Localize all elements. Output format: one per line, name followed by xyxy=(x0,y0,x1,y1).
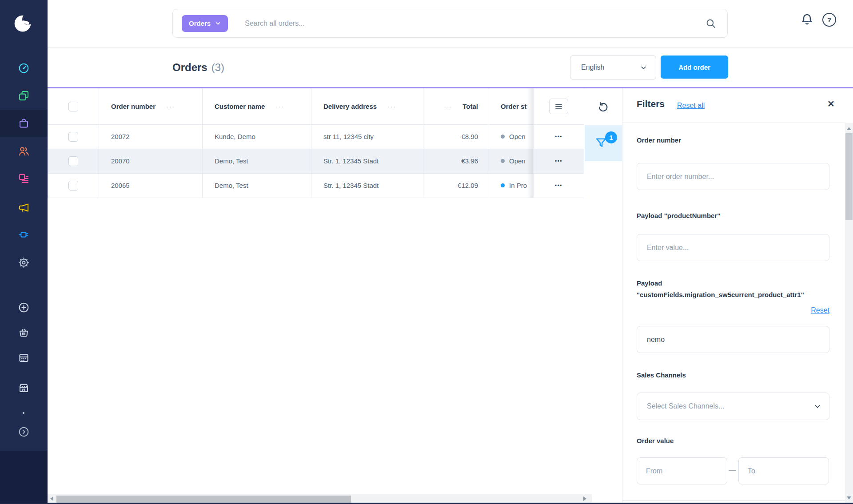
customer-name-cell: Demo, Test xyxy=(215,157,248,165)
table-row[interactable]: 20065 Demo, Test Str. 1, 12345 Stadt €12… xyxy=(48,173,584,198)
column-menu-icon[interactable]: ··· xyxy=(444,103,453,110)
grid-border xyxy=(99,88,99,198)
grid-border xyxy=(584,88,584,494)
delivery-address-cell: Str. 1, 12345 Stadt xyxy=(323,157,379,165)
search-input[interactable] xyxy=(244,19,705,28)
column-menu-icon[interactable]: ··· xyxy=(166,103,175,110)
grid-border xyxy=(489,88,489,198)
global-search[interactable]: Orders xyxy=(172,9,728,38)
column-header-total[interactable]: ··· Total xyxy=(423,88,489,124)
sidebar-expand-button[interactable] xyxy=(18,426,30,438)
help-icon[interactable]: ? xyxy=(822,13,836,27)
sidebar-item-settings[interactable] xyxy=(18,257,30,269)
filter-order-value-label: Order value xyxy=(637,437,674,444)
sidebar-item-dashboard[interactable] xyxy=(18,62,30,74)
column-header-order-status[interactable]: Order st xyxy=(489,88,533,124)
select-all-checkbox[interactable] xyxy=(68,102,78,111)
search-scope-label: Orders xyxy=(189,20,211,27)
order-number-cell: 20065 xyxy=(111,182,130,189)
page-title-count: (3) xyxy=(211,61,224,74)
sidebar-item-extensions[interactable] xyxy=(18,229,30,241)
sales-channels-placeholder: Select Sales Channels... xyxy=(647,402,814,410)
row-checkbox[interactable] xyxy=(68,181,78,190)
column-menu-icon[interactable]: ··· xyxy=(275,103,284,110)
order-value-to-input[interactable] xyxy=(738,457,829,484)
language-select[interactable]: English xyxy=(570,56,656,79)
filters-panel-title: Filters xyxy=(637,99,665,109)
grid-border xyxy=(48,88,48,198)
sidebar-item-orders[interactable] xyxy=(18,117,30,129)
grid-scrollbar-thumb[interactable] xyxy=(56,496,351,503)
customer-name-cell: Kunde, Demo xyxy=(215,133,255,140)
table-row[interactable]: 20072 Kunde, Demo str 11, 12345 city €8.… xyxy=(48,124,584,149)
row-checkbox[interactable] xyxy=(68,132,78,142)
filter-payload-custom-label-line1: Payload xyxy=(637,279,662,287)
sidebar-item-catalogues[interactable] xyxy=(18,90,30,102)
table-header-row: Order number ··· Customer name ··· Deliv… xyxy=(48,88,584,124)
page-header: Orders (3) English Add order xyxy=(48,48,853,87)
scroll-right-arrow[interactable] xyxy=(583,496,586,501)
total-cell: €3.96 xyxy=(461,157,478,165)
filter-order-number-label: Order number xyxy=(637,136,681,144)
row-checkbox[interactable] xyxy=(68,156,78,166)
scroll-left-arrow[interactable] xyxy=(50,496,53,501)
row-context-menu-icon[interactable]: ••• xyxy=(555,158,562,164)
range-separator: — xyxy=(729,466,736,474)
column-header-delivery-address[interactable]: Delivery address ··· xyxy=(311,88,423,124)
filter-reset-link[interactable]: Reset xyxy=(637,306,829,314)
language-select-value: English xyxy=(581,63,640,71)
refresh-icon[interactable] xyxy=(597,101,609,113)
sidebar: TD xyxy=(0,0,48,504)
status-dot xyxy=(501,135,505,139)
order-status-cell: In Pro xyxy=(509,182,527,189)
sidebar-footer: TD xyxy=(0,451,48,504)
grid-border xyxy=(202,88,203,198)
sales-channels-select[interactable]: Select Sales Channels... xyxy=(637,393,829,420)
filter-order-number-input[interactable] xyxy=(637,163,829,190)
reset-all-link[interactable]: Reset all xyxy=(677,102,705,110)
filters-header-divider xyxy=(622,123,845,123)
scroll-up-arrow[interactable] xyxy=(847,127,851,130)
search-scope-tag[interactable]: Orders xyxy=(182,15,228,32)
close-icon[interactable]: ✕ xyxy=(827,99,835,109)
sidebar-collapsed-dot-icon xyxy=(23,412,24,414)
grid-settings-button[interactable] xyxy=(549,99,568,114)
grid-border xyxy=(48,149,584,149)
customer-name-cell: Demo, Test xyxy=(215,182,248,189)
sidebar-item-calendar[interactable] xyxy=(18,352,30,364)
delivery-address-cell: Str. 1, 12345 Stadt xyxy=(323,182,379,189)
grid-border xyxy=(533,88,534,198)
sidebar-item-basket[interactable] xyxy=(18,326,30,338)
filter-payload-custom-input[interactable] xyxy=(637,326,829,353)
notification-bell-icon[interactable] xyxy=(800,12,814,26)
column-header-order-number[interactable]: Order number ··· xyxy=(99,88,202,124)
grid-border xyxy=(311,88,311,198)
sidebar-item-storefront[interactable] xyxy=(18,382,30,394)
column-header-customer-name[interactable]: Customer name ··· xyxy=(202,88,311,124)
panel-scrollbar-thumb[interactable] xyxy=(845,133,853,220)
column-menu-icon[interactable]: ··· xyxy=(387,103,396,110)
row-context-menu-icon[interactable]: ••• xyxy=(555,134,562,140)
table-row[interactable]: 20070 Demo, Test Str. 1, 12345 Stadt €3.… xyxy=(48,149,584,173)
status-dot xyxy=(501,183,505,187)
order-status-cell: Open xyxy=(509,133,526,140)
page-title: Orders (3) xyxy=(172,48,224,87)
add-order-button[interactable]: Add order xyxy=(661,56,728,79)
search-icon[interactable] xyxy=(705,18,717,29)
order-number-cell: 20072 xyxy=(111,133,130,140)
shopware-logo-icon[interactable] xyxy=(13,14,32,33)
filter-sales-channels-label: Sales Channels xyxy=(637,371,686,379)
filter-payload-product-input[interactable] xyxy=(637,234,829,261)
chevron-down-icon xyxy=(215,20,221,26)
sidebar-item-customers[interactable] xyxy=(18,145,30,157)
grid-border xyxy=(48,124,584,125)
order-value-from-input[interactable] xyxy=(637,457,727,484)
filters-bottom-divider xyxy=(622,500,845,501)
sidebar-item-add-module[interactable] xyxy=(18,302,30,314)
chevron-down-icon xyxy=(640,64,647,71)
row-context-menu-icon[interactable]: ••• xyxy=(555,183,562,189)
sidebar-item-marketing[interactable] xyxy=(18,202,30,214)
active-filter-count-badge: 1 xyxy=(605,131,617,143)
scroll-down-arrow[interactable] xyxy=(847,496,851,500)
sidebar-item-content[interactable] xyxy=(18,173,30,185)
